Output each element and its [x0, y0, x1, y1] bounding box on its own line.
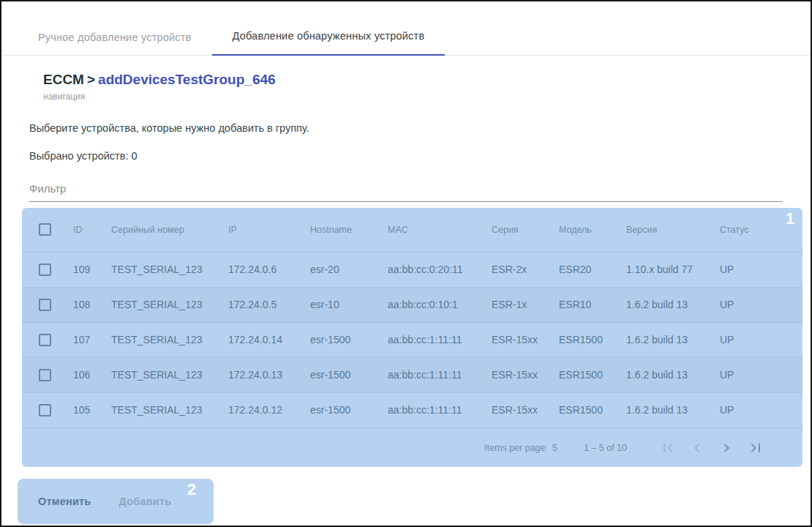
- cell-mac: aa:bb:cc:1:11:11: [382, 322, 486, 357]
- cell-model: ESR1500: [553, 322, 620, 357]
- cell-series: ESR-15xx: [486, 357, 553, 392]
- cell-series: ESR-2x: [486, 252, 553, 287]
- breadcrumb-separator: >: [87, 72, 95, 87]
- cell-ip: 172.24.0.6: [222, 252, 304, 287]
- footer-actions-region: Отменить Добавить 2: [18, 479, 214, 524]
- cell-hostname: esr-10: [304, 287, 382, 322]
- footer-buttons: Отменить Добавить: [37, 491, 173, 512]
- cell-series: ESR-1x: [486, 287, 553, 322]
- table-header-row: ID Серийный номер IP Hostname MAC Серия …: [22, 208, 802, 252]
- breadcrumb: ECCM>addDevicesTestGroup_646 навигация: [43, 72, 811, 102]
- cell-hostname: esr-1500: [304, 322, 382, 357]
- cell-version: 1.6.2 build 13: [620, 357, 714, 392]
- table-row: 108 TEST_SERIAL_123 172.24.0.5 esr-10 aa…: [22, 287, 802, 322]
- cell-mac: aa:bb:cc:1:11:11: [382, 392, 486, 427]
- cell-series: ESR-15xx: [486, 392, 553, 427]
- page-range-label: 1 – 5 of 10: [584, 443, 627, 453]
- items-per-page-value[interactable]: 5: [552, 443, 557, 453]
- cell-version: 1.6.2 build 13: [620, 322, 714, 357]
- device-table: ID Серийный номер IP Hostname MAC Серия …: [22, 208, 802, 427]
- cell-serial: TEST_SERIAL_123: [105, 322, 222, 357]
- column-header-version: Версия: [620, 208, 714, 252]
- breadcrumb-current[interactable]: addDevicesTestGroup_646: [98, 72, 276, 87]
- cell-id: 105: [67, 392, 105, 427]
- cell-id: 108: [67, 287, 105, 322]
- cell-ip: 172.24.0.14: [222, 322, 304, 357]
- cell-id: 106: [67, 357, 105, 392]
- cell-status: UP: [714, 287, 802, 322]
- cell-mac: aa:bb:cc:0:10:1: [382, 287, 486, 322]
- cell-model: ESR1500: [553, 392, 620, 427]
- table-row: 105 TEST_SERIAL_123 172.24.0.12 esr-1500…: [22, 392, 802, 427]
- cell-serial: TEST_SERIAL_123: [105, 357, 222, 392]
- cell-hostname: esr-1500: [304, 357, 382, 392]
- select-all-checkbox[interactable]: [39, 223, 51, 236]
- cell-ip: 172.24.0.12: [222, 392, 304, 427]
- row-checkbox[interactable]: [39, 299, 51, 311]
- tab-discovered-device-add[interactable]: Добавление обнаруженных устройств: [212, 19, 446, 56]
- cell-id: 107: [67, 322, 105, 357]
- column-header-model: Модель: [553, 208, 620, 252]
- row-checkbox[interactable]: [39, 334, 51, 346]
- cell-hostname: esr-1500: [304, 392, 382, 427]
- filter-field-wrap: [29, 181, 783, 202]
- items-per-page-label: Items per page:: [484, 443, 548, 453]
- cell-status: UP: [714, 357, 802, 392]
- first-page-button[interactable]: [653, 433, 683, 463]
- annotation-label-2: 2: [187, 480, 196, 499]
- column-header-serial: Серийный номер: [105, 208, 222, 252]
- cell-model: ESR10: [553, 287, 620, 322]
- selected-devices-count: Выбрано устройств: 0: [29, 150, 811, 162]
- column-header-series: Серия: [486, 208, 553, 252]
- cell-id: 109: [67, 252, 105, 287]
- cell-series: ESR-15xx: [486, 322, 553, 357]
- cell-status: UP: [714, 322, 802, 357]
- row-checkbox[interactable]: [39, 369, 51, 381]
- cell-hostname: esr-20: [304, 252, 382, 287]
- breadcrumb-root[interactable]: ECCM: [43, 72, 84, 87]
- table-row: 106 TEST_SERIAL_123 172.24.0.13 esr-1500…: [22, 357, 802, 392]
- column-header-mac: MAC: [382, 208, 486, 252]
- app-window: Ручное добавление устройств Добавление о…: [0, 0, 812, 527]
- cell-model: ESR20: [553, 252, 620, 287]
- breadcrumb-caption: навигация: [43, 91, 811, 102]
- next-page-button[interactable]: [712, 433, 741, 463]
- cell-version: 1.6.2 build 13: [620, 287, 714, 322]
- table-row: 109 TEST_SERIAL_123 172.24.0.6 esr-20 aa…: [22, 252, 802, 287]
- cell-mac: aa:bb:cc:1:11:11: [382, 357, 486, 392]
- tab-manual-device-add[interactable]: Ручное добавление устройств: [18, 20, 212, 56]
- tab-bar: Ручное добавление устройств Добавление о…: [1, 1, 811, 56]
- cell-version: 1.6.2 build 13: [620, 392, 714, 427]
- pagination-bar: Items per page: 5 1 – 5 of 10: [22, 427, 802, 467]
- instruction-text: Выберите устройства, которые нужно добав…: [29, 122, 811, 134]
- cell-mac: aa:bb:cc:0:20:11: [382, 252, 486, 287]
- cancel-button[interactable]: Отменить: [37, 491, 92, 512]
- column-header-status: Статус: [714, 208, 802, 252]
- row-checkbox[interactable]: [39, 404, 51, 416]
- cell-status: UP: [714, 392, 802, 427]
- table-row: 107 TEST_SERIAL_123 172.24.0.14 esr-1500…: [22, 322, 802, 357]
- filter-input[interactable]: [29, 181, 783, 202]
- device-table-region: ID Серийный номер IP Hostname MAC Серия …: [22, 208, 802, 467]
- cell-serial: TEST_SERIAL_123: [105, 392, 222, 427]
- last-page-button[interactable]: [741, 433, 770, 463]
- cell-status: UP: [714, 252, 802, 287]
- cell-version: 1.10.x build 77: [620, 252, 714, 287]
- cell-serial: TEST_SERIAL_123: [105, 252, 222, 287]
- column-header-id: ID: [67, 208, 105, 252]
- column-header-ip: IP: [222, 208, 304, 252]
- row-checkbox[interactable]: [39, 264, 51, 276]
- cell-model: ESR1500: [553, 357, 620, 392]
- cell-ip: 172.24.0.13: [222, 357, 304, 392]
- previous-page-button[interactable]: [683, 433, 712, 463]
- add-button[interactable]: Добавить: [117, 491, 173, 512]
- cell-serial: TEST_SERIAL_123: [105, 287, 222, 322]
- column-header-hostname: Hostname: [304, 208, 382, 252]
- cell-ip: 172.24.0.5: [222, 287, 304, 322]
